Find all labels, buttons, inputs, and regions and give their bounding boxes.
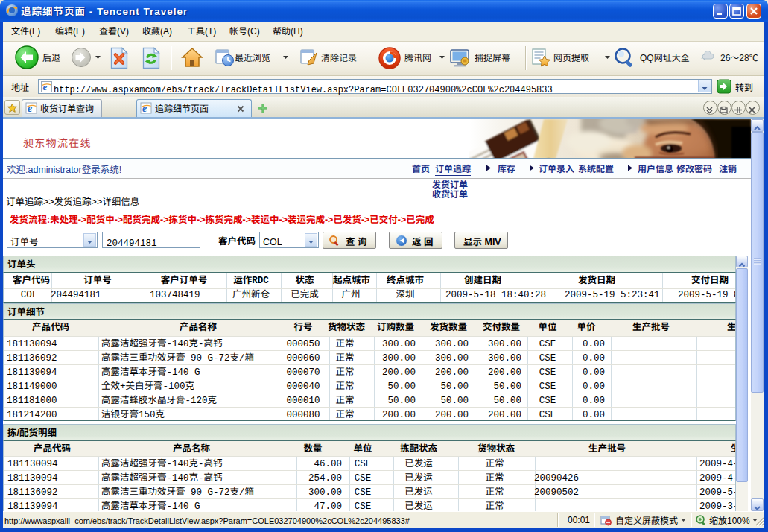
svg-text:e: e xyxy=(142,103,147,114)
svg-text:e: e xyxy=(28,103,32,114)
svg-text:e: e xyxy=(43,81,48,92)
